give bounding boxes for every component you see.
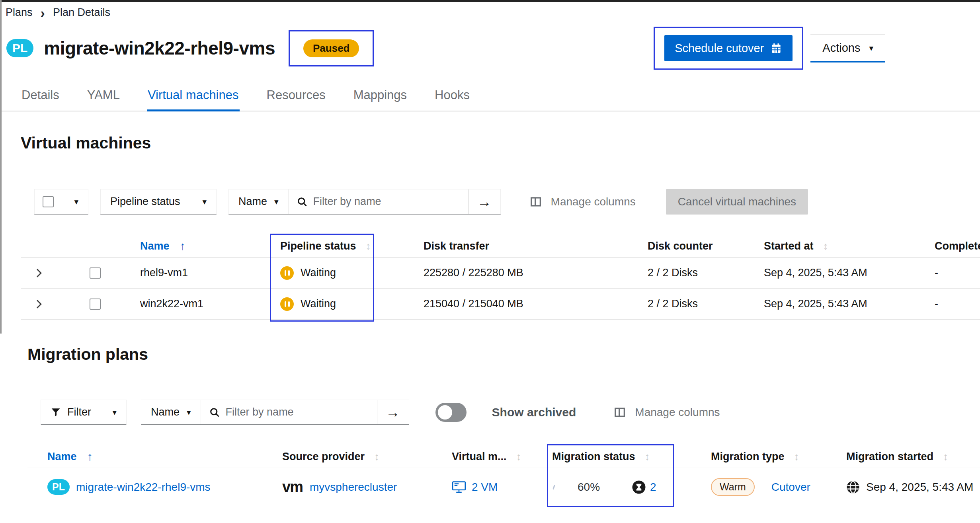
page-header: PL migrate-win2k22-rhel9-vms Paused Sche… xyxy=(0,19,980,70)
started-at-value: Sep 4, 2025, 5:43 AM xyxy=(764,298,867,310)
plan-kind-badge: PL xyxy=(47,479,70,495)
completed-at-value: - xyxy=(935,298,938,310)
table-row: win2k22-vm1 Waiting 215040 / 215040 MB 2… xyxy=(21,289,980,320)
tab-resources[interactable]: Resources xyxy=(266,82,326,111)
tab-mappings[interactable]: Mappings xyxy=(353,82,408,111)
plans-col-header-migration-started-label: Migration started xyxy=(846,451,933,463)
virtual-machines-heading: Virtual machines xyxy=(21,134,980,152)
vm-manage-columns-button[interactable]: Manage columns xyxy=(529,195,636,208)
migration-plans-toolbar: Filter ▾ Name ▾ → Show archived xyxy=(41,400,980,425)
vm-manage-columns-label: Manage columns xyxy=(551,195,636,208)
chevron-down-icon: ▾ xyxy=(74,197,78,206)
vm-count-link[interactable]: 2 VM xyxy=(472,481,498,494)
chevron-down-icon: ▾ xyxy=(187,408,191,416)
vm-search-input[interactable] xyxy=(313,195,461,208)
row-expand-toggle[interactable] xyxy=(35,268,43,278)
show-archived-toggle[interactable] xyxy=(435,403,467,422)
tab-yaml[interactable]: YAML xyxy=(86,82,121,111)
pipeline-status-filter-label: Pipeline status xyxy=(110,195,180,208)
disk-transfer-value: 225280 / 225280 MB xyxy=(424,267,523,279)
plans-search-input[interactable] xyxy=(226,406,369,418)
vm-search-attribute-label: Name xyxy=(238,195,267,208)
vm-toolbar: ▾ Pipeline status ▾ Name ▾ → xyxy=(34,189,980,215)
bulk-select-checkbox[interactable] xyxy=(43,196,54,207)
paused-status-icon xyxy=(280,297,294,311)
row-expand-toggle[interactable] xyxy=(35,299,43,309)
cutover-link[interactable]: Cutover xyxy=(771,481,810,494)
actions-dropdown[interactable]: Actions ▾ xyxy=(810,34,885,62)
progress-spinner-fragment xyxy=(552,484,555,489)
vm-col-header-started-at[interactable]: Started at ↕ xyxy=(750,240,925,252)
vm-col-header-started-at-label: Started at xyxy=(764,240,814,252)
plans-col-header-migration-status-label: Migration status xyxy=(552,451,635,463)
sort-icon: ↕ xyxy=(516,451,521,463)
vm-col-header-completed[interactable]: Complete xyxy=(925,240,980,252)
globe-icon xyxy=(846,480,860,494)
pipeline-status-filter-dropdown[interactable]: Pipeline status ▾ xyxy=(100,189,217,215)
vm-col-header-disk-transfer: Disk transfer xyxy=(411,240,634,252)
disk-counter-value: 2 / 2 Disks xyxy=(648,267,698,279)
plans-col-header-migration-type[interactable]: Migration type ↕ xyxy=(677,451,816,463)
columns-icon xyxy=(613,406,626,419)
vmware-logo: vm xyxy=(282,478,303,496)
vm-name: win2k22-vm1 xyxy=(140,298,203,310)
filter-funnel-icon xyxy=(51,407,61,418)
row-checkbox[interactable] xyxy=(90,299,101,310)
page-title-group: PL migrate-win2k22-rhel9-vms Paused xyxy=(6,30,374,66)
plans-col-header-migration-status[interactable]: Migration status ↕ xyxy=(525,451,677,463)
sort-icon: ↕ xyxy=(645,451,650,463)
plans-search-attribute-label: Name xyxy=(151,406,180,418)
plans-search-attribute-dropdown[interactable]: Name ▾ xyxy=(141,400,201,424)
chevron-right-icon xyxy=(35,299,43,309)
breadcrumb-current-page: Plan Details xyxy=(53,6,110,19)
vm-search-submit-button[interactable]: → xyxy=(469,189,500,214)
breadcrumb-plans-link[interactable]: Plans xyxy=(6,6,33,19)
plans-col-header-virtual-machines[interactable]: Virtual m... ↕ xyxy=(430,451,525,463)
tab-hooks[interactable]: Hooks xyxy=(434,82,470,111)
plans-table-header-row: Name ↑ Source provider ↕ Virtual m... ↕ … xyxy=(27,446,980,468)
plans-col-header-source-provider[interactable]: Source provider ↕ xyxy=(255,451,430,463)
cancel-virtual-machines-button[interactable]: Cancel virtual machines xyxy=(666,189,808,215)
virtual-machines-section: Virtual machines ▾ Pipeline status ▾ Nam… xyxy=(0,134,980,320)
search-icon xyxy=(297,196,308,207)
chevron-down-icon: ▾ xyxy=(274,197,279,206)
migration-plans-table: Name ↑ Source provider ↕ Virtual m... ↕ … xyxy=(27,446,980,506)
breadcrumb-separator-icon: › xyxy=(41,9,45,17)
source-provider-link[interactable]: myvspherecluster xyxy=(310,481,397,494)
vm-col-header-disk-counter: Disk counter xyxy=(634,240,750,252)
schedule-cutover-button[interactable]: Schedule cutover xyxy=(664,35,793,61)
annotation-box-schedule-cutover: Schedule cutover xyxy=(654,27,803,70)
arrow-right-icon: → xyxy=(386,404,400,421)
plan-kind-badge: PL xyxy=(6,39,33,57)
vm-col-header-disk-counter-label: Disk counter xyxy=(648,240,713,252)
disk-counter-value: 2 / 2 Disks xyxy=(648,298,698,310)
row-checkbox[interactable] xyxy=(90,267,101,279)
chevron-down-icon: ▾ xyxy=(112,408,117,416)
vm-search-box xyxy=(289,189,469,214)
plans-col-header-virtual-machines-label: Virtual m... xyxy=(452,451,507,463)
plans-col-header-name-label: Name xyxy=(47,451,77,463)
vm-col-header-pipeline-status[interactable]: Pipeline status ↕ xyxy=(275,240,411,252)
window-left-border xyxy=(0,0,2,334)
toggle-knob xyxy=(438,405,452,420)
plans-col-header-migration-started[interactable]: Migration started ↕ xyxy=(816,451,980,463)
migration-plans-heading: Migration plans xyxy=(27,345,980,364)
tab-virtual-machines[interactable]: Virtual machines xyxy=(147,82,240,111)
vm-col-header-name[interactable]: Name ↑ xyxy=(104,240,275,253)
pending-vm-count-link[interactable]: 2 xyxy=(650,481,656,494)
bulk-select-dropdown[interactable]: ▾ xyxy=(34,189,88,215)
paused-status-icon xyxy=(280,266,294,280)
plans-manage-columns-button[interactable]: Manage columns xyxy=(613,406,720,419)
filter-dropdown[interactable]: Filter ▾ xyxy=(41,400,127,425)
vm-search-group: Name ▾ → xyxy=(228,189,501,215)
plan-name-link[interactable]: migrate-win2k22-rhel9-vms xyxy=(76,481,211,494)
vm-search-attribute-dropdown[interactable]: Name ▾ xyxy=(229,189,289,214)
plans-col-header-name[interactable]: Name ↑ xyxy=(27,450,255,463)
vm-table-header-row: Name ↑ Pipeline status ↕ Disk transfer D… xyxy=(21,235,980,258)
tab-details[interactable]: Details xyxy=(21,82,60,111)
plans-search-submit-button[interactable]: → xyxy=(377,400,409,424)
plans-search-box xyxy=(201,400,377,424)
plans-manage-columns-label: Manage columns xyxy=(635,406,720,419)
vm-col-header-disk-transfer-label: Disk transfer xyxy=(424,240,489,252)
virtual-machine-icon xyxy=(452,481,466,494)
